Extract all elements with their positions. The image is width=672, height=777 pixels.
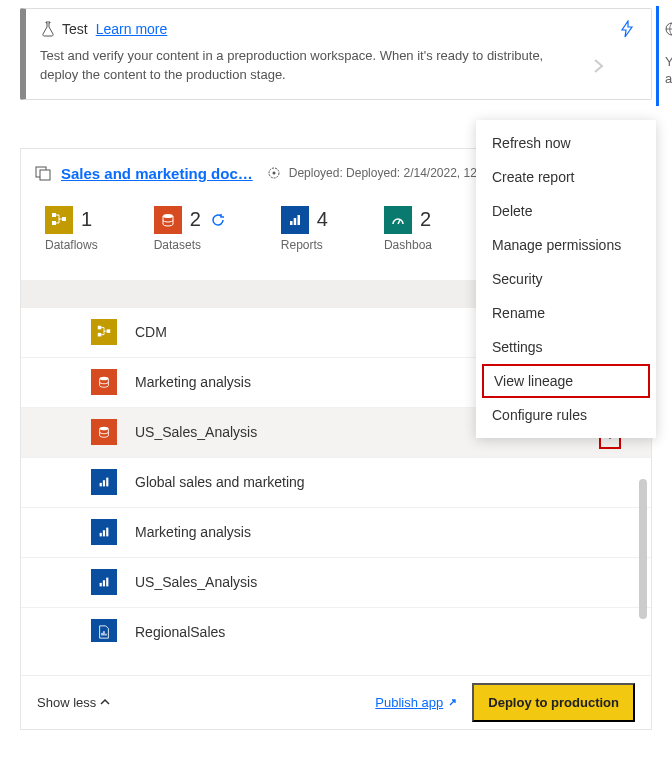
show-less-button[interactable]: Show less (37, 695, 110, 710)
item-name: CDM (135, 324, 167, 340)
context-menu: Refresh now Create report Delete Manage … (476, 120, 656, 438)
svg-rect-25 (103, 580, 105, 586)
svg-rect-20 (106, 478, 108, 487)
dataflow-icon (45, 206, 73, 234)
stat-dataflows: 1 Dataflows (45, 206, 98, 252)
deploy-icon (267, 166, 281, 180)
list-item[interactable]: Global sales and marketing (21, 458, 651, 508)
stat-dataflows-count: 1 (81, 208, 92, 231)
stat-datasets-count: 2 (190, 208, 201, 231)
svg-rect-7 (62, 217, 66, 221)
svg-rect-15 (107, 330, 111, 334)
svg-rect-23 (106, 528, 108, 537)
svg-rect-6 (52, 221, 56, 225)
svg-rect-11 (297, 215, 300, 225)
dataflow-icon (91, 319, 117, 345)
show-less-label: Show less (37, 695, 96, 710)
report-icon (91, 519, 117, 545)
stat-reports-count: 4 (317, 208, 328, 231)
database-icon (35, 165, 53, 181)
deployed-timestamp: Deployed: Deployed: 2/14/2022, 12:53:5 (289, 166, 504, 180)
svg-rect-10 (294, 218, 297, 225)
publish-app-label: Publish app (375, 695, 443, 710)
menu-item-view-lineage[interactable]: View lineage (482, 364, 650, 398)
svg-rect-21 (100, 533, 102, 537)
external-link-icon (447, 697, 458, 708)
svg-point-16 (100, 377, 109, 381)
svg-rect-5 (52, 213, 56, 217)
test-stage-label: Test (62, 21, 88, 37)
svg-point-8 (163, 214, 173, 218)
chevron-right-icon[interactable] (592, 56, 606, 76)
svg-rect-24 (100, 583, 102, 587)
svg-rect-29 (105, 634, 106, 636)
refresh-spinner-icon (211, 213, 225, 227)
test-stage-banner: Test Learn more Test and verify your con… (20, 8, 652, 100)
bottom-toolbar: Show less Publish app Deploy to producti… (21, 675, 651, 729)
stat-datasets-label: Datasets (154, 238, 225, 252)
svg-rect-2 (40, 170, 50, 180)
list-item[interactable]: RegionalSales (21, 608, 651, 642)
learn-more-link[interactable]: Learn more (96, 21, 168, 37)
svg-rect-26 (106, 578, 108, 587)
svg-rect-14 (98, 333, 102, 337)
globe-icon (665, 22, 672, 36)
list-item[interactable]: Marketing analysis (21, 508, 651, 558)
dataset-icon (91, 369, 117, 395)
scrollbar-thumb[interactable] (639, 479, 647, 619)
stat-dashboards: 2 Dashboa (384, 206, 432, 252)
dataset-icon (91, 419, 117, 445)
stat-dashboards-count: 2 (420, 208, 431, 231)
svg-rect-9 (290, 221, 293, 225)
item-name: RegionalSales (135, 624, 225, 640)
svg-rect-27 (101, 633, 102, 636)
svg-rect-13 (98, 326, 102, 330)
test-stage-description: Test and verify your content in a prepro… (40, 47, 560, 85)
stat-reports: 4 Reports (281, 206, 328, 252)
menu-item-security[interactable]: Security (476, 262, 656, 296)
menu-item-create-report[interactable]: Create report (476, 160, 656, 194)
chevron-up-icon (100, 697, 110, 707)
item-name: Marketing analysis (135, 524, 251, 540)
svg-rect-19 (103, 480, 105, 486)
dataset-icon (154, 206, 182, 234)
svg-point-17 (100, 427, 109, 431)
report-icon (281, 206, 309, 234)
stat-reports-label: Reports (281, 238, 328, 252)
menu-item-refresh-now[interactable]: Refresh now (476, 126, 656, 160)
stat-dashboards-label: Dashboa (384, 238, 432, 252)
production-fragment-text-1: Yo (665, 54, 672, 69)
menu-item-settings[interactable]: Settings (476, 330, 656, 364)
item-name: US_Sales_Analysis (135, 574, 257, 590)
menu-item-manage-permissions[interactable]: Manage permissions (476, 228, 656, 262)
report-icon (91, 469, 117, 495)
svg-point-4 (272, 172, 275, 175)
list-item[interactable]: US_Sales_Analysis (21, 558, 651, 608)
publish-app-link[interactable]: Publish app (375, 695, 458, 710)
item-name: Marketing analysis (135, 374, 251, 390)
report-doc-icon (91, 619, 117, 642)
workspace-name-link[interactable]: Sales and marketing doc… (61, 165, 253, 182)
stat-datasets: 2 Datasets (154, 206, 225, 252)
deploy-to-production-button[interactable]: Deploy to production (472, 683, 635, 722)
production-fragment-text-2: ac (665, 71, 672, 86)
svg-rect-22 (103, 530, 105, 536)
lightning-icon[interactable] (617, 19, 637, 39)
stat-dataflows-label: Dataflows (45, 238, 98, 252)
item-name: Global sales and marketing (135, 474, 305, 490)
item-name: US_Sales_Analysis (135, 424, 257, 440)
svg-rect-28 (103, 631, 104, 635)
menu-item-rename[interactable]: Rename (476, 296, 656, 330)
production-stage-fragment: Yo ac (656, 6, 672, 106)
dashboard-icon (384, 206, 412, 234)
menu-item-delete[interactable]: Delete (476, 194, 656, 228)
menu-item-configure-rules[interactable]: Configure rules (476, 398, 656, 432)
report-icon (91, 569, 117, 595)
svg-line-12 (398, 220, 400, 224)
flask-icon (40, 21, 56, 37)
svg-rect-18 (100, 483, 102, 487)
